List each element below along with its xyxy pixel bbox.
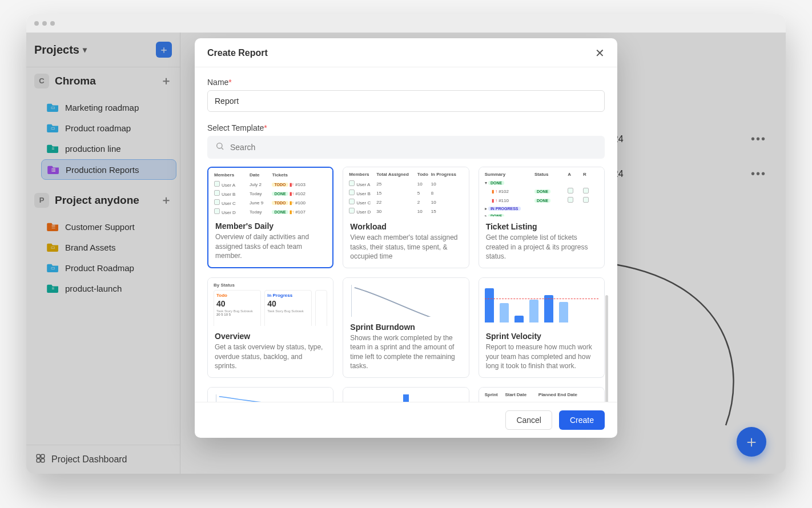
svg-point-4: [217, 143, 222, 148]
modal-footer: Cancel Create: [195, 402, 617, 438]
required-asterisk: *: [264, 123, 267, 132]
col-members: Members: [214, 172, 250, 180]
velocity-chart-icon: [485, 283, 598, 322]
modal-header: Create Report ✕: [195, 38, 617, 67]
template-name: Ticket Listing: [486, 222, 597, 231]
template-card-sprint-burndown[interactable]: Sprint Burndown Shows the work completed…: [343, 277, 469, 378]
template-preview: Members Date Tickets User AJuly 2TODO ▮↑…: [208, 168, 332, 216]
template-preview: [343, 278, 468, 317]
app-window: Projects ▾ ＋ C Chroma ＋ ▭ Marketing road…: [26, 14, 786, 474]
window-dot: [50, 21, 55, 26]
template-preview: Members Total Assigned Todo In Progress …: [343, 167, 468, 216]
template-card-members-daily[interactable]: Members Date Tickets User AJuly 2TODO ▮↑…: [207, 167, 333, 268]
burndown-chart-icon: [351, 285, 460, 317]
window-dot: [42, 21, 47, 26]
template-grid: Members Date Tickets User AJuly 2TODO ▮↑…: [207, 167, 605, 402]
template-preview: [479, 278, 604, 326]
template-preview: By Status Todo 40 Task Story Bug Subtask…: [208, 278, 333, 326]
create-report-modal: Create Report ✕ Name* Select Template*: [195, 38, 617, 438]
template-card-overview[interactable]: By Status Todo 40 Task Story Bug Subtask…: [207, 277, 333, 378]
label-text: Select Template: [207, 123, 264, 132]
report-name-input[interactable]: [207, 90, 605, 112]
template-desc: Report to measure how much work your tea…: [486, 342, 597, 370]
template-field-label: Select Template*: [207, 123, 605, 132]
titlebar: [26, 14, 786, 33]
chart-icon: [216, 394, 325, 402]
col-date: Date: [250, 172, 272, 180]
col-sprint: Sprint: [485, 392, 505, 400]
template-name: Sprint Velocity: [486, 332, 597, 341]
template-card-partial-3[interactable]: Sprint Start Date Planned End Date: [479, 387, 605, 402]
required-asterisk: *: [228, 78, 231, 87]
template-desc: Overview of daily activities and assigne…: [215, 232, 325, 260]
template-card-ticket-listing[interactable]: Summary Status A R ▾ DONE ▮ ↑ #102DONE ▮…: [479, 167, 605, 268]
template-search-input[interactable]: [230, 143, 597, 152]
close-icon[interactable]: ✕: [595, 47, 605, 59]
modal-overlay: Create Report ✕ Name* Select Template*: [26, 33, 786, 474]
col-end-date: Planned End Date: [538, 392, 598, 400]
col-start-date: Start Date: [505, 392, 538, 400]
template-card-partial-1[interactable]: [207, 387, 333, 402]
bar-icon: [403, 394, 409, 402]
create-button[interactable]: Create: [559, 410, 605, 430]
template-search[interactable]: [207, 136, 605, 159]
template-card-sprint-velocity[interactable]: Sprint Velocity Report to measure how mu…: [479, 277, 605, 378]
template-name: Sprint Burndown: [350, 322, 461, 332]
template-desc: View each member's total assigned tasks,…: [350, 233, 461, 261]
template-name: Member's Daily: [215, 221, 325, 231]
template-card-workload[interactable]: Members Total Assigned Todo In Progress …: [343, 167, 469, 268]
template-desc: Get the complete list of tickets created…: [486, 233, 597, 261]
template-name: Overview: [215, 332, 326, 341]
svg-line-5: [222, 148, 223, 150]
window-dot: [34, 21, 39, 26]
template-preview: Summary Status A R ▾ DONE ▮ ↑ #102DONE ▮…: [479, 167, 604, 216]
template-card-partial-2[interactable]: [343, 387, 469, 402]
template-desc: Shows the work completed by the team in …: [350, 333, 461, 370]
cancel-button[interactable]: Cancel: [505, 410, 552, 430]
template-name: Workload: [350, 222, 461, 231]
name-field-label: Name*: [207, 78, 605, 87]
template-desc: Get a task overview by status, type, ove…: [215, 342, 326, 370]
modal-body: Name* Select Template*: [195, 67, 617, 402]
search-icon: [215, 142, 224, 153]
label-text: Name: [207, 78, 228, 87]
modal-title: Create Report: [207, 48, 268, 58]
col-tickets: Tickets: [272, 172, 327, 180]
template-scrollbar[interactable]: [605, 295, 608, 402]
